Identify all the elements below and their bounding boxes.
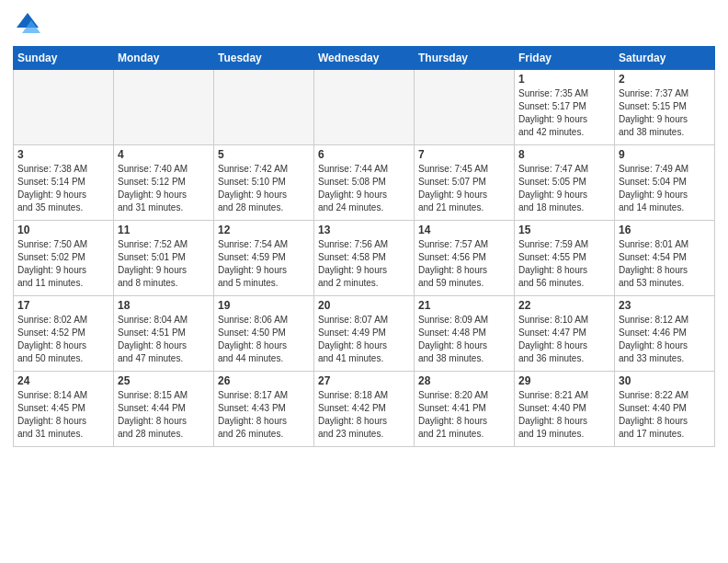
day-number: 22 [518,299,610,312]
day-info: Sunrise: 7:44 AM Sunset: 5:08 PM Dayligh… [318,163,410,214]
day-number: 24 [17,374,109,387]
day-info: Sunrise: 8:12 AM Sunset: 4:46 PM Dayligh… [619,314,711,365]
calendar-cell: 13Sunrise: 7:56 AM Sunset: 4:58 PM Dayli… [314,221,415,296]
calendar-week-row: 1Sunrise: 7:35 AM Sunset: 5:17 PM Daylig… [14,70,715,145]
day-info: Sunrise: 7:35 AM Sunset: 5:17 PM Dayligh… [518,87,610,139]
day-info: Sunrise: 8:15 AM Sunset: 4:44 PM Dayligh… [118,389,210,441]
calendar-cell: 2Sunrise: 7:37 AM Sunset: 5:15 PM Daylig… [615,70,715,145]
day-info: Sunrise: 7:59 AM Sunset: 4:55 PM Dayligh… [518,238,610,290]
calendar-cell: 18Sunrise: 8:04 AM Sunset: 4:51 PM Dayli… [114,296,214,372]
calendar-cell: 9Sunrise: 7:49 AM Sunset: 5:04 PM Daylig… [615,145,715,221]
calendar-cell: 23Sunrise: 8:12 AM Sunset: 4:46 PM Dayli… [615,296,715,372]
calendar-cell: 10Sunrise: 7:50 AM Sunset: 5:02 PM Dayli… [14,221,114,296]
day-number: 20 [318,299,410,312]
day-info: Sunrise: 7:45 AM Sunset: 5:07 PM Dayligh… [418,163,510,214]
calendar-cell: 1Sunrise: 7:35 AM Sunset: 5:17 PM Daylig… [515,70,615,145]
calendar-cell: 11Sunrise: 7:52 AM Sunset: 5:01 PM Dayli… [114,221,214,296]
calendar-cell [314,70,415,145]
day-number: 29 [518,374,610,387]
weekday-tuesday: Tuesday [214,47,314,70]
calendar-cell: 29Sunrise: 8:21 AM Sunset: 4:40 PM Dayli… [515,372,615,447]
day-number: 8 [518,148,610,161]
day-number: 28 [418,374,510,387]
day-number: 21 [418,299,510,312]
calendar-cell: 28Sunrise: 8:20 AM Sunset: 4:41 PM Dayli… [415,372,515,447]
day-info: Sunrise: 8:07 AM Sunset: 4:49 PM Dayligh… [318,314,410,365]
calendar-cell: 22Sunrise: 8:10 AM Sunset: 4:47 PM Dayli… [515,296,615,372]
day-number: 2 [619,73,711,86]
logo [13,9,46,39]
day-info: Sunrise: 8:10 AM Sunset: 4:47 PM Dayligh… [518,314,610,365]
weekday-monday: Monday [114,47,214,70]
day-number: 13 [318,224,410,236]
day-number: 15 [518,224,610,236]
day-number: 30 [619,374,711,387]
day-number: 4 [118,148,210,161]
day-number: 3 [17,148,109,161]
day-number: 12 [218,224,310,236]
day-info: Sunrise: 7:42 AM Sunset: 5:10 PM Dayligh… [218,163,310,214]
day-info: Sunrise: 7:47 AM Sunset: 5:05 PM Dayligh… [518,163,610,214]
day-number: 19 [218,299,310,312]
day-info: Sunrise: 7:56 AM Sunset: 4:58 PM Dayligh… [318,238,410,290]
calendar-cell: 15Sunrise: 7:59 AM Sunset: 4:55 PM Dayli… [515,221,615,296]
calendar-cell: 26Sunrise: 8:17 AM Sunset: 4:43 PM Dayli… [214,372,314,447]
day-info: Sunrise: 7:49 AM Sunset: 5:04 PM Dayligh… [619,163,711,214]
day-info: Sunrise: 8:22 AM Sunset: 4:40 PM Dayligh… [619,389,711,441]
calendar-cell: 7Sunrise: 7:45 AM Sunset: 5:07 PM Daylig… [415,145,515,221]
day-info: Sunrise: 8:17 AM Sunset: 4:43 PM Dayligh… [218,389,310,441]
calendar-cell [114,70,214,145]
day-number: 6 [318,148,410,161]
weekday-header-row: SundayMondayTuesdayWednesdayThursdayFrid… [14,47,715,70]
day-number: 1 [518,73,610,86]
day-info: Sunrise: 7:57 AM Sunset: 4:56 PM Dayligh… [418,238,510,290]
logo-icon [13,9,42,39]
day-number: 26 [218,374,310,387]
calendar-cell: 19Sunrise: 8:06 AM Sunset: 4:50 PM Dayli… [214,296,314,372]
calendar-cell: 20Sunrise: 8:07 AM Sunset: 4:49 PM Dayli… [314,296,415,372]
day-info: Sunrise: 7:52 AM Sunset: 5:01 PM Dayligh… [118,238,210,290]
day-number: 10 [17,224,109,236]
day-number: 23 [619,299,711,312]
header [13,9,715,39]
day-info: Sunrise: 8:06 AM Sunset: 4:50 PM Dayligh… [218,314,310,365]
calendar-cell: 24Sunrise: 8:14 AM Sunset: 4:45 PM Dayli… [14,372,114,447]
day-info: Sunrise: 8:18 AM Sunset: 4:42 PM Dayligh… [318,389,410,441]
calendar-week-row: 24Sunrise: 8:14 AM Sunset: 4:45 PM Dayli… [14,372,715,447]
calendar-cell: 3Sunrise: 7:38 AM Sunset: 5:14 PM Daylig… [14,145,114,221]
calendar-cell: 8Sunrise: 7:47 AM Sunset: 5:05 PM Daylig… [515,145,615,221]
day-info: Sunrise: 8:14 AM Sunset: 4:45 PM Dayligh… [17,389,109,441]
day-info: Sunrise: 7:38 AM Sunset: 5:14 PM Dayligh… [17,163,109,214]
calendar-cell: 5Sunrise: 7:42 AM Sunset: 5:10 PM Daylig… [214,145,314,221]
calendar-cell: 12Sunrise: 7:54 AM Sunset: 4:59 PM Dayli… [214,221,314,296]
day-info: Sunrise: 8:02 AM Sunset: 4:52 PM Dayligh… [17,314,109,365]
calendar-cell: 14Sunrise: 7:57 AM Sunset: 4:56 PM Dayli… [415,221,515,296]
day-number: 17 [17,299,109,312]
day-number: 18 [118,299,210,312]
day-number: 25 [118,374,210,387]
weekday-friday: Friday [515,47,615,70]
calendar-cell: 16Sunrise: 8:01 AM Sunset: 4:54 PM Dayli… [615,221,715,296]
weekday-wednesday: Wednesday [314,47,415,70]
day-number: 7 [418,148,510,161]
day-info: Sunrise: 7:54 AM Sunset: 4:59 PM Dayligh… [218,238,310,290]
calendar-cell [214,70,314,145]
weekday-saturday: Saturday [615,47,715,70]
day-info: Sunrise: 8:20 AM Sunset: 4:41 PM Dayligh… [418,389,510,441]
day-info: Sunrise: 8:01 AM Sunset: 4:54 PM Dayligh… [619,238,711,290]
calendar-week-row: 3Sunrise: 7:38 AM Sunset: 5:14 PM Daylig… [14,145,715,221]
weekday-thursday: Thursday [415,47,515,70]
day-number: 16 [619,224,711,236]
day-number: 9 [619,148,711,161]
day-info: Sunrise: 8:21 AM Sunset: 4:40 PM Dayligh… [518,389,610,441]
day-number: 11 [118,224,210,236]
day-info: Sunrise: 7:37 AM Sunset: 5:15 PM Dayligh… [619,87,711,139]
calendar-cell [14,70,114,145]
day-number: 27 [318,374,410,387]
calendar-week-row: 17Sunrise: 8:02 AM Sunset: 4:52 PM Dayli… [14,296,715,372]
calendar-table: SundayMondayTuesdayWednesdayThursdayFrid… [13,46,715,447]
calendar-cell [415,70,515,145]
calendar-cell: 27Sunrise: 8:18 AM Sunset: 4:42 PM Dayli… [314,372,415,447]
day-info: Sunrise: 7:50 AM Sunset: 5:02 PM Dayligh… [17,238,109,290]
calendar-cell: 21Sunrise: 8:09 AM Sunset: 4:48 PM Dayli… [415,296,515,372]
